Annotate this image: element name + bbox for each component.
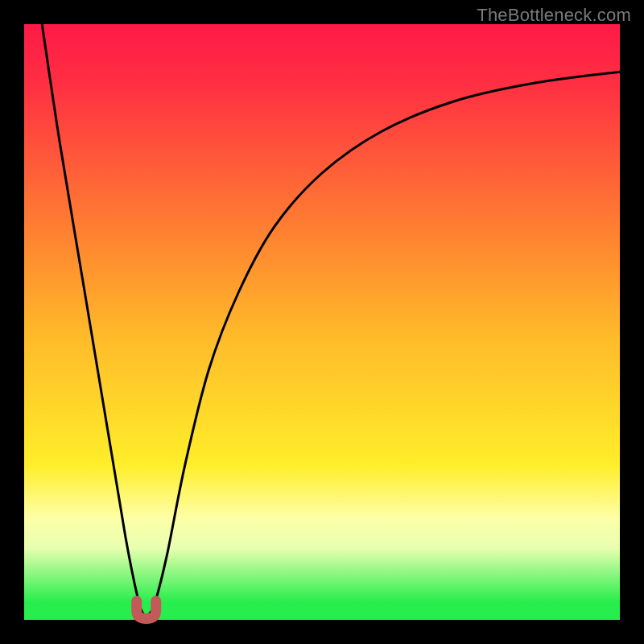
chart-frame: TheBottleneck.com <box>0 0 644 644</box>
chart-plot-area <box>24 24 620 620</box>
u-marker-icon <box>137 601 156 619</box>
optimal-marker <box>24 24 620 620</box>
watermark-text: TheBottleneck.com <box>477 5 631 26</box>
